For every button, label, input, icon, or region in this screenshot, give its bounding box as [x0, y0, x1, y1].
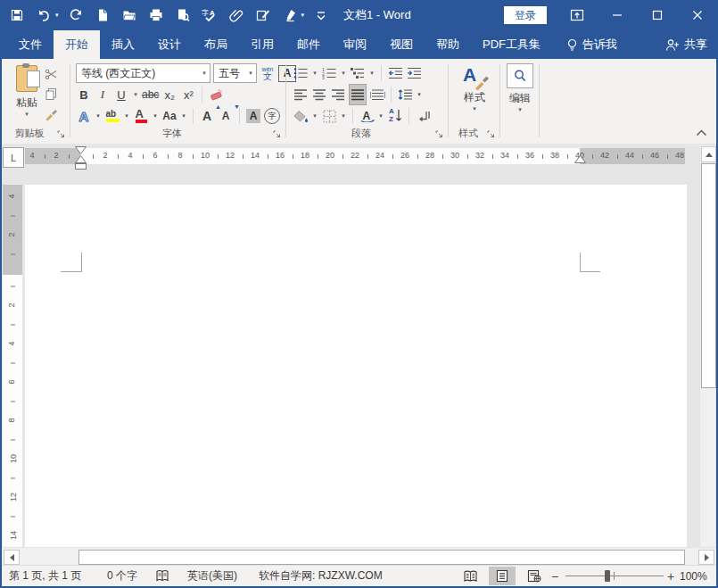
attachment-icon[interactable] [227, 5, 246, 25]
multilevel-list-dropdown-icon[interactable]: ▾ [368, 70, 376, 77]
grow-font-button[interactable]: A▲ [199, 106, 215, 126]
line-spacing-button[interactable] [397, 85, 413, 104]
font-name-dropdown-icon[interactable]: ▾ [201, 70, 208, 77]
word-count-indicator[interactable]: 0 个字 [107, 566, 137, 586]
redo-icon[interactable] [66, 5, 86, 25]
minimize-button[interactable] [602, 0, 632, 30]
shading-dropdown-icon[interactable]: ▾ [311, 112, 318, 120]
collapse-ribbon-icon[interactable] [693, 128, 709, 138]
maximize-button[interactable] [642, 0, 673, 30]
tab-pdf-tools[interactable]: PDF工具集 [471, 30, 552, 59]
undo-icon[interactable] [34, 5, 54, 25]
tab-help[interactable]: 帮助 [425, 30, 471, 59]
tell-me-box[interactable]: 告诉我 [557, 30, 626, 59]
font-size-combo[interactable]: 五号 ▾ [213, 63, 257, 83]
scroll-up-button[interactable] [701, 146, 716, 162]
font-size-dropdown-icon[interactable]: ▾ [247, 70, 254, 77]
phonetic-guide-button[interactable]: wén 文 [260, 63, 276, 83]
vertical-scrollbar[interactable] [699, 145, 715, 547]
zoom-slider-track[interactable] [565, 576, 664, 576]
close-button[interactable] [682, 0, 713, 30]
page-number-indicator[interactable]: 第 1 页, 共 1 页 [9, 566, 81, 586]
multilevel-list-button[interactable] [350, 63, 366, 83]
numbering-button[interactable]: 123 [321, 63, 337, 83]
tab-insert[interactable]: 插入 [100, 30, 146, 59]
paragraph-dialog-launcher-icon[interactable] [435, 130, 444, 139]
scroll-left-button[interactable] [4, 550, 20, 565]
language-indicator[interactable]: 英语(美国) [187, 566, 237, 586]
underline-button[interactable]: U [113, 85, 129, 104]
vertical-ruler[interactable]: 42 2468101214 [3, 185, 22, 547]
web-layout-button[interactable] [521, 567, 548, 585]
align-left-button[interactable] [293, 85, 309, 104]
open-icon[interactable] [120, 5, 139, 25]
show-hide-marks-button[interactable] [415, 106, 431, 126]
new-document-icon[interactable] [93, 5, 112, 25]
login-button[interactable]: 登录 [504, 6, 547, 24]
zoom-in-button[interactable]: + [667, 566, 674, 586]
left-indent-marker[interactable] [75, 163, 87, 170]
highlight-color-button[interactable]: ab [104, 106, 120, 126]
hanging-indent-marker[interactable] [75, 155, 87, 163]
distributed-button[interactable] [369, 85, 385, 104]
styles-button[interactable]: A 样式 ▾ [457, 64, 492, 112]
borders-button[interactable] [321, 106, 337, 126]
save-icon[interactable] [7, 5, 27, 25]
borders-dropdown-icon[interactable]: ▾ [340, 112, 347, 120]
tab-references[interactable]: 引用 [239, 30, 285, 59]
paste-dropdown-icon[interactable]: ▾ [23, 111, 30, 118]
asian-layout-dropdown-icon[interactable]: ▾ [377, 112, 384, 120]
share-button[interactable]: 共享 [665, 30, 707, 59]
increase-indent-button[interactable] [406, 63, 422, 83]
enclose-characters-button[interactable]: 字 [264, 108, 280, 124]
tab-home[interactable]: 开始 [54, 30, 100, 59]
tab-layout[interactable]: 布局 [193, 30, 239, 59]
bullets-button[interactable] [293, 63, 309, 83]
text-effects-button[interactable]: A [76, 106, 92, 126]
tab-design[interactable]: 设计 [146, 30, 193, 59]
bold-button[interactable]: B [76, 85, 92, 104]
horizontal-scrollbar-thumb[interactable] [78, 550, 685, 565]
change-case-button[interactable]: Aa [161, 106, 177, 126]
paste-button[interactable]: 粘贴 ▾ [9, 63, 45, 128]
zoom-slider-thumb[interactable] [605, 570, 610, 582]
ribbon-display-options-icon[interactable] [562, 0, 592, 30]
bullets-dropdown-icon[interactable]: ▾ [311, 70, 318, 77]
numbering-dropdown-icon[interactable]: ▾ [340, 70, 347, 77]
change-case-dropdown-icon[interactable]: ▾ [180, 112, 187, 120]
quick-print-icon[interactable] [146, 5, 166, 25]
tab-view[interactable]: 视图 [378, 30, 425, 59]
horizontal-scrollbar[interactable] [2, 547, 716, 566]
align-center-button[interactable] [311, 85, 327, 104]
asian-layout-button[interactable]: A [359, 106, 375, 126]
align-right-button[interactable] [330, 85, 346, 104]
vertical-scrollbar-thumb[interactable] [701, 163, 716, 388]
styles-dialog-launcher-icon[interactable] [487, 130, 496, 139]
font-color-button[interactable]: A [133, 106, 149, 126]
scroll-right-button[interactable] [698, 550, 714, 565]
pen-input-dropdown-icon[interactable]: ▾ [301, 12, 305, 19]
superscript-button[interactable]: x² [180, 85, 196, 104]
font-color-dropdown-icon[interactable]: ▾ [152, 112, 159, 120]
editing-button[interactable]: 编辑 ▾ [507, 63, 533, 113]
underline-dropdown-icon[interactable]: ▾ [132, 91, 139, 98]
font-name-combo[interactable]: 等线 (西文正文) ▾ [76, 63, 210, 83]
tab-selector-button[interactable]: L [3, 147, 24, 168]
highlight-dropdown-icon[interactable]: ▾ [123, 112, 130, 120]
tab-review[interactable]: 审阅 [332, 30, 378, 59]
spelling-grammar-icon[interactable]: 字A [200, 5, 219, 25]
proofing-status-button[interactable] [155, 566, 169, 586]
shrink-font-button[interactable]: A▼ [218, 106, 234, 126]
right-indent-marker[interactable] [574, 155, 586, 163]
format-painter-button[interactable] [45, 104, 58, 123]
clear-formatting-button[interactable] [208, 85, 224, 104]
zoom-level-button[interactable]: 100% [680, 566, 707, 586]
tab-mailings[interactable]: 邮件 [285, 30, 332, 59]
editing-dropdown-icon[interactable]: ▾ [516, 106, 524, 113]
horizontal-ruler[interactable]: 42 2468101214161820222426283032343638 40… [25, 148, 685, 164]
undo-dropdown-icon[interactable]: ▾ [55, 12, 59, 19]
copy-button[interactable] [45, 84, 58, 104]
first-line-indent-marker[interactable] [75, 146, 87, 154]
decrease-indent-button[interactable] [387, 63, 403, 83]
sort-button[interactable]: A Z [387, 106, 403, 126]
